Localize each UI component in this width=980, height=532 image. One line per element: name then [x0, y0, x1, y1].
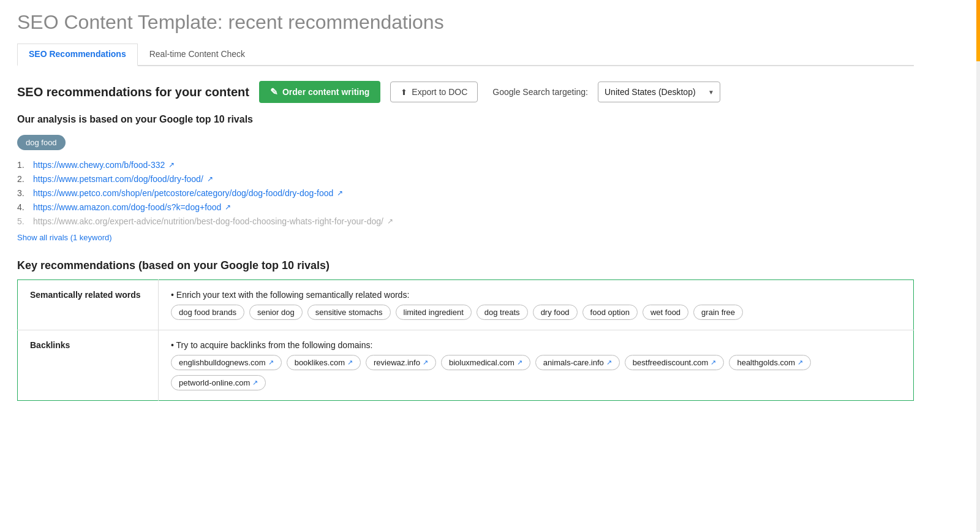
bullet-text-semantic: • Enrich your text with the following se… [171, 290, 409, 300]
rival-link[interactable]: https://www.petco.com/shop/en/petcostore… [33, 188, 333, 198]
recommendations-table: Semantically related words • Enrich your… [17, 279, 914, 401]
ext-link-icon: ↗ [347, 359, 353, 367]
row-content-semantically-related: • Enrich your text with the following se… [159, 280, 914, 330]
chip-reviewaz: reviewaz.info ↗ [366, 355, 436, 370]
chip-animals-care: animals-care.info ↗ [535, 355, 620, 370]
bullet-text-backlinks: • Try to acquire backlinks from the foll… [171, 340, 372, 350]
chip-sensitive-stomachs: sensitive stomachs [307, 305, 391, 320]
chip-healthgolds: healthgolds.com ↗ [729, 355, 811, 370]
section-title: SEO recommendations for your content [17, 85, 249, 99]
title-accent: recent recommendations [228, 11, 443, 33]
tab-realtime-content-check[interactable]: Real-time Content Check [138, 44, 257, 66]
order-icon: ✎ [270, 86, 278, 97]
scrollbar[interactable] [976, 0, 980, 418]
chip-grain-free: grain free [693, 305, 743, 320]
rival-item: 4. https://www.amazon.com/dog-food/s?k=d… [17, 202, 914, 212]
rival-link[interactable]: https://www.amazon.com/dog-food/s?k=dog+… [33, 202, 221, 212]
chip-englishbulldognews: englishbulldognews.com ↗ [171, 355, 282, 370]
chip-petworld-online: petworld-online.com ↗ [171, 375, 266, 390]
external-link-icon: ↗ [337, 189, 343, 197]
ext-link-icon: ↗ [268, 359, 274, 367]
keyword-chip: dog food [17, 135, 66, 150]
chip-bestfreediscount: bestfreediscount.com ↗ [625, 355, 725, 370]
tab-seo-recommendations[interactable]: SEO Recommendations [17, 44, 138, 66]
rival-item: 2. https://www.petsmart.com/dog/food/dry… [17, 174, 914, 184]
chip-booklikes: booklikes.com ↗ [287, 355, 361, 370]
chip-dog-treats: dog treats [477, 305, 528, 320]
chip-limited-ingredient: limited ingredient [396, 305, 472, 320]
external-link-icon: ↗ [168, 161, 175, 169]
ext-link-icon: ↗ [423, 359, 428, 367]
scrollbar-thumb [976, 0, 980, 61]
rival-link[interactable]: https://www.akc.org/expert-advice/nutrit… [33, 216, 383, 226]
chip-dry-food: dry food [533, 305, 578, 320]
analysis-text: Our analysis is based on your Google top… [17, 114, 914, 125]
show-all-rivals-link[interactable]: Show all rivals (1 keyword) [17, 233, 112, 242]
chip-wet-food: wet food [643, 305, 688, 320]
ext-link-icon: ↗ [710, 359, 716, 367]
chip-dog-food-brands: dog food brands [171, 305, 244, 320]
row-label-semantically-related: Semantically related words [18, 280, 159, 330]
targeting-select-wrapper[interactable]: United States (Desktop) [598, 82, 720, 102]
row-label-backlinks: Backlinks [18, 330, 159, 401]
rival-link[interactable]: https://www.chewy.com/b/food-332 [33, 160, 165, 170]
external-link-icon: ↗ [207, 175, 213, 183]
rivals-list: 1. https://www.chewy.com/b/food-332 ↗ 2.… [17, 160, 914, 226]
title-main: SEO Content Template: [17, 11, 223, 33]
external-link-icon: ↗ [225, 203, 231, 211]
rival-item: 1. https://www.chewy.com/b/food-332 ↗ [17, 160, 914, 170]
rival-item: 3. https://www.petco.com/shop/en/petcost… [17, 188, 914, 198]
targeting-label: Google Search targeting: [492, 87, 588, 97]
ext-link-icon: ↗ [797, 359, 803, 367]
rival-item: 5. https://www.akc.org/expert-advice/nut… [17, 216, 914, 226]
chip-bioluxmedical: bioluxmedical.com ↗ [441, 355, 530, 370]
row-content-backlinks: • Try to acquire backlinks from the foll… [159, 330, 914, 401]
ext-link-icon: ↗ [517, 359, 522, 367]
page-wrapper: SEO Content Template: recent recommendat… [0, 0, 931, 418]
tabs-row: SEO Recommendations Real-time Content Ch… [17, 44, 914, 66]
rival-link[interactable]: https://www.petsmart.com/dog/food/dry-fo… [33, 174, 203, 184]
chip-senior-dog: senior dog [249, 305, 303, 320]
targeting-select[interactable]: United States (Desktop) [598, 82, 720, 102]
ext-link-icon: ↗ [252, 379, 258, 387]
chip-food-option: food option [582, 305, 638, 320]
main-title: SEO Content Template: recent recommendat… [17, 11, 914, 34]
table-row-semantically-related: Semantically related words • Enrich your… [18, 280, 914, 330]
backlinks-chips-row: englishbulldognews.com ↗ booklikes.com ↗… [171, 355, 901, 390]
key-recs-title: Key recommendations (based on your Googl… [17, 259, 914, 272]
export-icon: ⬆ [401, 88, 407, 97]
order-content-writing-button[interactable]: ✎ Order content writing [259, 81, 380, 103]
section-header: SEO recommendations for your content ✎ O… [17, 81, 914, 103]
external-link-icon: ↗ [387, 217, 393, 226]
export-to-doc-button[interactable]: ⬆ Export to DOC [390, 82, 478, 102]
ext-link-icon: ↗ [606, 359, 612, 367]
semantic-chips-row: dog food brands senior dog sensitive sto… [171, 305, 901, 320]
table-row-backlinks: Backlinks • Try to acquire backlinks fro… [18, 330, 914, 401]
